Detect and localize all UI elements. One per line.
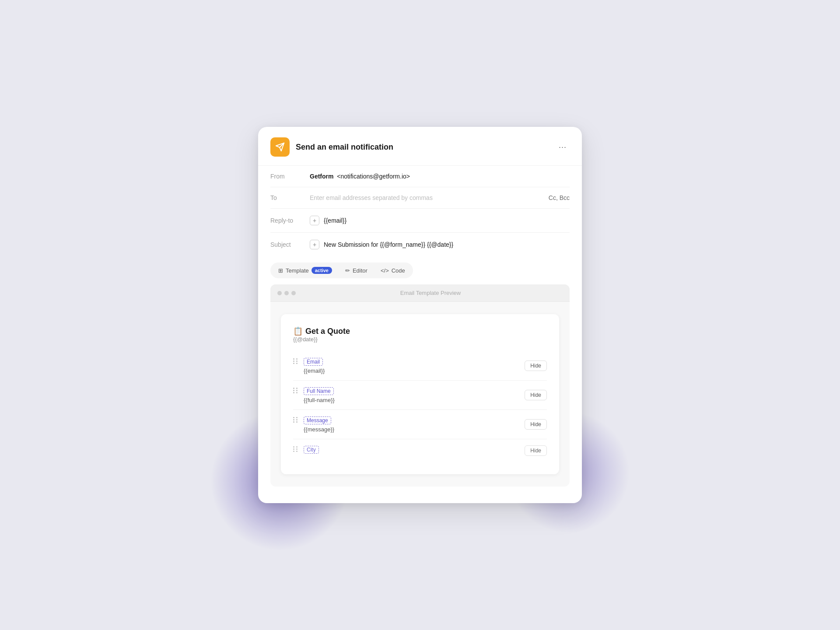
from-label: From: [270, 173, 305, 180]
drag-handle-message[interactable]: [293, 416, 298, 423]
preview-container: Email Template Preview 📋 Get a Quote {{@…: [270, 284, 570, 486]
tab-template[interactable]: ⊞ Template active: [272, 264, 338, 276]
to-row: To Enter email addresses separated by co…: [270, 187, 570, 209]
tabs-row: ⊞ Template active ✏ Editor </> Code: [270, 262, 413, 278]
drag-dots: [293, 388, 298, 393]
preview-dot-2: [284, 291, 289, 295]
preview-body: 📋 Get a Quote {{@date}}: [270, 302, 570, 486]
field-var-fullname: {{full-name}}: [304, 397, 519, 403]
email-form-title: 📋 Get a Quote: [293, 326, 547, 336]
drag-dots: [293, 417, 298, 423]
field-var-email: {{email}}: [304, 368, 519, 374]
cc-bcc-button[interactable]: Cc, Bcc: [549, 194, 570, 201]
reply-to-value: {{email}}: [324, 217, 346, 224]
drag-handle-fullname[interactable]: [293, 387, 298, 393]
tab-template-label: Template: [286, 267, 309, 274]
template-field-email: Email {{email}} Hide: [293, 351, 547, 381]
subject-value: New Submission for {{@form_name}} {{@dat…: [324, 241, 453, 248]
email-card-header: 📋 Get a Quote {{@date}}: [293, 326, 547, 343]
modal-title: Send an email notification: [296, 143, 393, 152]
tab-editor-label: Editor: [353, 267, 368, 274]
from-row: From Getform <notifications@getform.io>: [270, 166, 570, 187]
form-title-text: Get a Quote: [305, 327, 350, 336]
more-options-button[interactable]: ···: [556, 140, 570, 154]
tab-code-label: Code: [392, 267, 405, 274]
field-tag-message: Message: [304, 416, 331, 424]
preview-title: Email Template Preview: [298, 290, 563, 296]
field-tag-email: Email: [304, 358, 323, 366]
template-field-message: Message {{message}} Hide: [293, 410, 547, 439]
plus-icon: +: [313, 241, 316, 248]
email-form-date: {{@date}}: [293, 336, 547, 343]
field-info-fullname: Full Name {{full-name}}: [304, 387, 519, 403]
header-left: Send an email notification: [270, 137, 393, 157]
grid-icon: ⊞: [278, 267, 283, 274]
field-tag-city: City: [304, 446, 319, 454]
tab-code[interactable]: </> Code: [374, 265, 411, 276]
plus-icon: +: [313, 217, 316, 224]
code-icon: </>: [381, 267, 389, 274]
drag-dots: [293, 358, 298, 364]
drag-dots: [293, 446, 298, 452]
subject-label: Subject: [270, 241, 305, 248]
drag-handle-city[interactable]: [293, 445, 298, 452]
hide-button-fullname[interactable]: Hide: [525, 390, 547, 400]
from-value: Getform <notifications@getform.io>: [310, 173, 570, 180]
subject-add-button[interactable]: +: [310, 240, 319, 249]
field-info-message: Message {{message}}: [304, 416, 519, 433]
to-input[interactable]: Enter email addresses separated by comma…: [310, 194, 544, 201]
to-label: To: [270, 194, 305, 201]
subject-row: Subject + New Submission for {{@form_nam…: [270, 233, 570, 256]
field-info-email: Email {{email}}: [304, 357, 519, 374]
app-icon: [270, 137, 290, 157]
sender-name: Getform: [310, 173, 333, 180]
tabs-container: ⊞ Template active ✏ Editor </> Code: [258, 256, 582, 284]
send-email-icon: [275, 142, 285, 152]
reply-to-row: Reply-to + {{email}}: [270, 209, 570, 233]
modal-header: Send an email notification ···: [258, 127, 582, 166]
field-tag-fullname: Full Name: [304, 387, 334, 395]
field-var-message: {{message}}: [304, 426, 519, 433]
preview-dot-1: [277, 291, 282, 295]
hide-button-email[interactable]: Hide: [525, 360, 547, 371]
template-field-city: City Hide: [293, 439, 547, 462]
preview-dot-3: [291, 291, 296, 295]
preview-header: Email Template Preview: [270, 284, 570, 302]
email-card: 📋 Get a Quote {{@date}}: [281, 314, 559, 474]
form-emoji: 📋: [293, 326, 303, 336]
drag-handle-email[interactable]: [293, 357, 298, 364]
hide-button-city[interactable]: Hide: [525, 445, 547, 456]
hide-button-message[interactable]: Hide: [525, 419, 547, 430]
ellipsis-icon: ···: [559, 143, 567, 152]
template-field-fullname: Full Name {{full-name}} Hide: [293, 381, 547, 410]
field-info-city: City: [304, 445, 519, 455]
pencil-icon: ✏: [345, 267, 350, 274]
tab-editor[interactable]: ✏ Editor: [339, 265, 374, 276]
form-fields: From Getform <notifications@getform.io> …: [258, 166, 582, 256]
reply-to-label: Reply-to: [270, 217, 305, 224]
active-badge: active: [312, 267, 332, 274]
reply-to-add-button[interactable]: +: [310, 216, 319, 225]
sender-email: <notifications@getform.io>: [337, 173, 410, 180]
email-notification-modal: Send an email notification ··· From Getf…: [258, 127, 582, 503]
